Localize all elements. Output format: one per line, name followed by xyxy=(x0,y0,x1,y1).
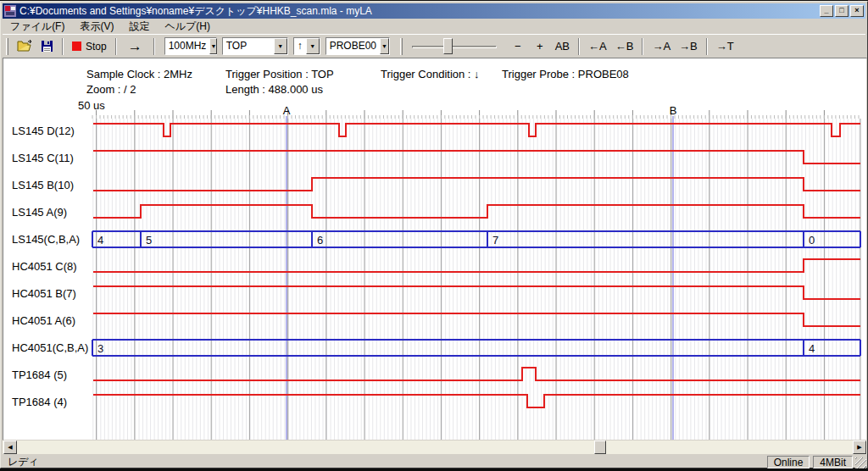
svg-text:50 us: 50 us xyxy=(78,99,105,112)
goto-marker-b-button[interactable]: →B xyxy=(675,36,702,57)
menu-bar: ファイル(F) 表示(V) 設定 ヘルプ(H) xyxy=(3,19,865,34)
minimize-button[interactable]: _ xyxy=(820,5,833,17)
scroll-right-icon[interactable]: ▶ xyxy=(853,441,866,454)
toolbar-grip[interactable] xyxy=(400,38,403,55)
svg-text:3: 3 xyxy=(97,342,103,355)
trigger-probe-value: PROBE00 xyxy=(326,38,380,54)
toolbar-grip[interactable] xyxy=(6,38,8,55)
menu-help[interactable]: ヘルプ(H) xyxy=(157,18,218,36)
title-bar[interactable]: C:¥Documents and Settings¥noname¥デスクトップ¥… xyxy=(3,3,865,19)
trigger-position-info: Trigger Position : TOP xyxy=(225,68,334,80)
svg-text:4: 4 xyxy=(809,342,815,355)
trigger-condition-info: Trigger Condition : ↓ xyxy=(381,68,480,80)
run-arrow-icon: → xyxy=(128,39,142,53)
app-window: C:¥Documents and Settings¥noname¥デスクトップ¥… xyxy=(0,1,868,468)
trigger-probe-combo[interactable]: PROBE00 ▼ xyxy=(326,37,390,55)
svg-text:A: A xyxy=(283,104,291,117)
length-info: Length : 488.000 us xyxy=(225,83,323,96)
set-marker-b-button[interactable]: ←B xyxy=(611,36,638,57)
memory-status-badge: 4MBit xyxy=(813,456,853,468)
toolbar-separator xyxy=(153,38,155,55)
open-file-button[interactable] xyxy=(13,36,36,57)
run-button[interactable]: → xyxy=(121,36,149,57)
trigger-probe-info: Trigger Probe : PROBE08 xyxy=(502,68,629,80)
stop-icon xyxy=(72,42,81,51)
waveform-client-area: Sample Clock : 2MHz Trigger Position : T… xyxy=(3,58,867,441)
svg-text:B: B xyxy=(670,104,677,117)
menu-view[interactable]: 表示(V) xyxy=(72,18,121,36)
app-icon xyxy=(4,5,16,17)
svg-text:6: 6 xyxy=(317,234,323,247)
trigger-position-value: TOP xyxy=(223,38,250,54)
svg-text:4: 4 xyxy=(97,234,103,247)
toolbar-separator xyxy=(578,38,580,55)
sample-clock-value: 100MHz xyxy=(165,38,210,54)
resize-grip[interactable] xyxy=(855,457,866,468)
maximize-button[interactable]: □ xyxy=(835,5,849,17)
horizontal-scrollbar[interactable]: ◀ ▶ xyxy=(3,441,867,454)
svg-text:7: 7 xyxy=(492,234,498,247)
trigger-edge-combo[interactable]: ↑ ▼ xyxy=(293,37,320,55)
stop-button[interactable]: Stop xyxy=(68,36,111,57)
close-button[interactable]: × xyxy=(850,5,864,17)
window-title: C:¥Documents and Settings¥noname¥デスクトップ¥… xyxy=(19,4,818,19)
scroll-left-icon[interactable]: ◀ xyxy=(3,441,17,454)
chevron-down-icon[interactable]: ▼ xyxy=(209,38,217,54)
svg-text:5: 5 xyxy=(146,234,152,247)
zoom-slider[interactable] xyxy=(412,36,497,57)
toolbar-separator xyxy=(706,38,708,55)
zoom-info: Zoom : / 2 xyxy=(86,83,136,96)
toolbar-separator xyxy=(642,38,643,55)
waveform-plot[interactable]: 50 usAB4567034 xyxy=(3,97,867,441)
zoom-slider-groove xyxy=(412,46,497,48)
zoom-out-button[interactable]: − xyxy=(507,36,529,57)
online-status-badge: Online xyxy=(767,456,810,468)
ab-button[interactable]: AB xyxy=(551,36,574,57)
status-ready-text: レディ xyxy=(3,455,764,469)
menu-file[interactable]: ファイル(F) xyxy=(3,18,72,36)
menu-settings[interactable]: 設定 xyxy=(121,18,157,36)
goto-trigger-button[interactable]: →T xyxy=(712,36,738,57)
toolbar-separator xyxy=(115,38,117,55)
chevron-down-icon[interactable]: ▼ xyxy=(306,38,320,54)
chevron-down-icon[interactable]: ▼ xyxy=(274,38,287,54)
save-floppy-icon xyxy=(41,40,53,53)
status-bar: レディ Online 4MBit xyxy=(3,455,867,468)
zoom-slider-thumb[interactable] xyxy=(443,38,453,54)
goto-marker-a-button[interactable]: →A xyxy=(648,36,675,57)
toolbar-separator xyxy=(62,38,64,55)
open-folder-icon xyxy=(17,40,32,53)
chevron-down-icon[interactable]: ▼ xyxy=(380,38,389,54)
trigger-position-combo[interactable]: TOP ▼ xyxy=(222,37,288,55)
svg-text:0: 0 xyxy=(809,234,815,247)
set-marker-a-button[interactable]: ←A xyxy=(584,36,611,57)
sample-clock-info: Sample Clock : 2MHz xyxy=(86,68,192,80)
toolbar: Stop → 100MHz ▼ TOP ▼ ↑ ▼ PROBE00 ▼ − + xyxy=(3,34,865,58)
trigger-edge-value: ↑ xyxy=(294,38,306,54)
zoom-in-button[interactable]: + xyxy=(529,36,551,57)
stop-label: Stop xyxy=(86,41,107,53)
save-button[interactable] xyxy=(36,36,58,57)
scrollbar-thumb[interactable] xyxy=(594,441,606,454)
sample-clock-combo[interactable]: 100MHz ▼ xyxy=(164,37,217,55)
